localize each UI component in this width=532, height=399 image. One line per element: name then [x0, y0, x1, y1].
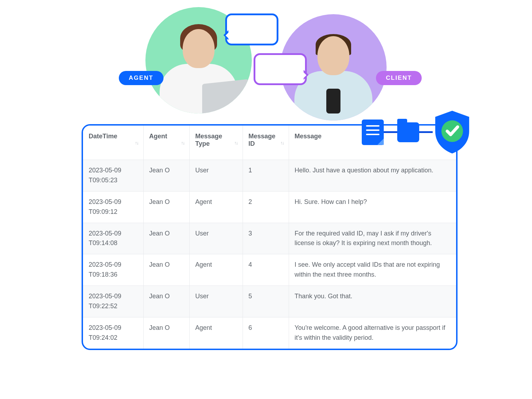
- cell-message-type: Agent: [189, 191, 243, 223]
- chat-log-table: DateTime ↑↓ Agent ↑↓ Message Type ↑↓ Mes…: [83, 126, 456, 349]
- cell-datetime: 2023-05-09 T09:09:12: [83, 191, 143, 223]
- cell-datetime: 2023-05-09 T09:24:02: [83, 317, 143, 348]
- client-speech-bubble-icon: [254, 53, 307, 85]
- cell-datetime: 2023-05-09 T09:14:08: [83, 223, 143, 254]
- cell-message-id: 4: [243, 254, 289, 286]
- col-header-message-type[interactable]: Message Type ↑↓: [189, 126, 243, 160]
- cell-agent: Jean O: [143, 160, 189, 192]
- col-header-label: Message Type: [195, 133, 222, 147]
- agent-speech-bubble-icon: [225, 13, 278, 45]
- cell-message-id: 2: [243, 191, 289, 223]
- cell-message: For the required valid ID, may I ask if …: [289, 223, 456, 254]
- col-header-label: DateTime: [89, 133, 117, 140]
- table-row: 2023-05-09 T09:09:12 Jean O Agent 2 Hi. …: [83, 191, 456, 223]
- sort-icon[interactable]: ↑↓: [281, 140, 284, 145]
- cell-datetime: 2023-05-09 T09:22:52: [83, 286, 143, 317]
- sort-icon[interactable]: ↑↓: [234, 140, 238, 145]
- table-row: 2023-05-09 T09:14:08 Jean O User 3 For t…: [83, 223, 456, 254]
- cell-message-type: User: [189, 160, 243, 192]
- cell-agent: Jean O: [143, 254, 189, 286]
- col-header-message-id[interactable]: Message ID ↑↓: [243, 126, 289, 160]
- col-header-datetime[interactable]: DateTime ↑↓: [83, 126, 143, 160]
- cell-message: Hello. Just have a question about my app…: [289, 160, 456, 192]
- table-row: 2023-05-09 T09:22:52 Jean O User 5 Thank…: [83, 286, 456, 317]
- phone-icon: [326, 89, 340, 113]
- cell-datetime: 2023-05-09 T09:18:36: [83, 254, 143, 286]
- chat-log-panel: DateTime ↑↓ Agent ↑↓ Message Type ↑↓ Mes…: [82, 124, 458, 350]
- cell-message-id: 3: [243, 223, 289, 254]
- security-icon-strip: [362, 110, 472, 154]
- cell-message: Hi. Sure. How can I help?: [289, 191, 456, 223]
- col-header-label: Agent: [149, 133, 167, 140]
- client-label: CLIENT: [376, 71, 422, 85]
- folder-icon: [397, 122, 419, 142]
- cell-agent: Jean O: [143, 317, 189, 348]
- cell-message: I see. We only accept valid IDs that are…: [289, 254, 456, 286]
- sort-icon[interactable]: ↑↓: [181, 140, 184, 145]
- table-row: 2023-05-09 T09:18:36 Jean O Agent 4 I se…: [83, 254, 456, 286]
- cell-message: You're welcome. A good alternative is yo…: [289, 317, 456, 348]
- col-header-label: Message: [295, 133, 322, 140]
- col-header-agent[interactable]: Agent ↑↓: [143, 126, 189, 160]
- cell-message-type: Agent: [189, 254, 243, 286]
- hero-illustration: AGENT CLIENT: [39, 0, 493, 121]
- sort-icon[interactable]: ↑↓: [135, 140, 138, 145]
- cell-message-type: Agent: [189, 317, 243, 348]
- shield-check-icon: [433, 110, 472, 154]
- table-row: 2023-05-09 T09:24:02 Jean O Agent 6 You'…: [83, 317, 456, 348]
- cell-message-id: 6: [243, 317, 289, 348]
- document-icon: [362, 120, 384, 145]
- cell-agent: Jean O: [143, 223, 189, 254]
- laptop-icon: [202, 79, 248, 113]
- table-body: 2023-05-09 T09:05:23 Jean O User 1 Hello…: [83, 160, 456, 349]
- col-header-label: Message ID: [249, 133, 276, 147]
- cell-agent: Jean O: [143, 191, 189, 223]
- cell-message: Thank you. Got that.: [289, 286, 456, 317]
- cell-message-type: User: [189, 223, 243, 254]
- cell-message-type: User: [189, 286, 243, 317]
- cell-message-id: 1: [243, 160, 289, 192]
- table-row: 2023-05-09 T09:05:23 Jean O User 1 Hello…: [83, 160, 456, 192]
- cell-datetime: 2023-05-09 T09:05:23: [83, 160, 143, 192]
- cell-agent: Jean O: [143, 286, 189, 317]
- agent-label: AGENT: [119, 71, 164, 85]
- cell-message-id: 5: [243, 286, 289, 317]
